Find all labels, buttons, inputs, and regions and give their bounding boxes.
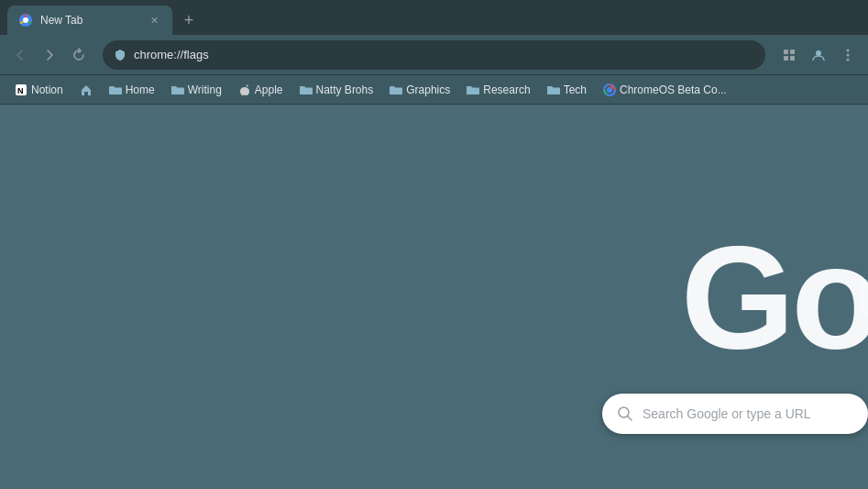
bookmark-research[interactable]: Research: [459, 81, 537, 99]
scrollbar[interactable]: [861, 279, 868, 316]
reload-button[interactable]: [66, 42, 92, 68]
bookmark-chromeos[interactable]: ChromeOS Beta Co...: [596, 81, 734, 99]
bookmark-notion-label: Notion: [31, 83, 63, 96]
tab-title: New Tab: [40, 14, 139, 27]
tab-favicon: [18, 13, 33, 28]
omnibox-security-icon: [114, 49, 126, 61]
svg-point-7: [847, 49, 850, 51]
bookmark-writing-label: Writing: [188, 83, 222, 96]
home-icon: [80, 83, 93, 96]
svg-line-15: [628, 417, 632, 421]
folder-icon-graphics: [390, 85, 402, 94]
bookmark-graphics-label: Graphics: [406, 83, 450, 96]
bookmark-graphics[interactable]: Graphics: [382, 81, 457, 99]
bookmark-home-label: Home: [126, 83, 155, 96]
main-content: Go Search Google or type a URL: [0, 105, 868, 489]
svg-rect-2: [784, 50, 788, 54]
google-logo-partial: Go: [681, 224, 868, 371]
extensions-icon: [782, 48, 797, 62]
profile-button[interactable]: [806, 42, 831, 68]
chromeos-icon: [603, 83, 616, 96]
bookmark-chromeos-label: ChromeOS Beta Co...: [620, 83, 727, 96]
svg-point-1: [23, 17, 28, 23]
menu-icon: [841, 48, 855, 62]
bookmark-apple[interactable]: Apple: [231, 81, 291, 99]
extensions-button[interactable]: [776, 42, 802, 68]
tab-close-button[interactable]: ✕: [147, 13, 161, 28]
new-tab-button[interactable]: +: [176, 7, 202, 33]
bookmark-home-icon[interactable]: [72, 81, 100, 99]
profile-icon: [811, 48, 826, 62]
notion-icon: N: [15, 83, 27, 96]
back-button[interactable]: [7, 42, 33, 68]
title-bar: New Tab ✕ +: [0, 0, 868, 35]
toolbar: chrome://flags: [0, 35, 868, 75]
back-icon: [13, 48, 27, 62]
folder-icon-writing: [171, 85, 184, 94]
search-icon: [617, 406, 633, 422]
svg-point-8: [847, 53, 850, 56]
bookmark-writing[interactable]: Writing: [164, 81, 229, 99]
search-box[interactable]: Search Google or type a URL: [602, 394, 868, 434]
search-box-container: Search Google or type a URL: [602, 394, 868, 434]
window-controls: [853, 0, 868, 35]
svg-point-9: [847, 58, 850, 61]
bookmark-research-label: Research: [483, 83, 530, 96]
bookmark-home[interactable]: Home: [102, 81, 162, 99]
folder-icon-home: [109, 85, 122, 94]
svg-text:N: N: [17, 86, 24, 95]
active-tab[interactable]: New Tab ✕: [7, 6, 172, 35]
svg-point-13: [607, 87, 612, 93]
bookmark-apple-label: Apple: [255, 83, 283, 96]
svg-rect-5: [790, 56, 795, 61]
tab-strip: New Tab ✕ +: [0, 0, 853, 35]
bookmark-tech-label: Tech: [564, 83, 587, 96]
svg-rect-4: [784, 56, 788, 61]
menu-button[interactable]: [835, 42, 861, 68]
bookmark-notion[interactable]: N Notion: [7, 81, 71, 99]
forward-icon: [42, 48, 57, 62]
omnibox-url: chrome://flags: [134, 48, 754, 61]
bookmark-tech[interactable]: Tech: [540, 81, 594, 99]
reload-icon: [71, 48, 86, 62]
forward-button[interactable]: [37, 42, 62, 68]
apple-icon: [238, 83, 251, 96]
bookmark-natty-label: Natty Brohs: [316, 83, 374, 96]
bookmark-natty-brohs[interactable]: Natty Brohs: [292, 81, 381, 99]
folder-icon-natty: [300, 85, 313, 94]
svg-point-6: [816, 50, 821, 56]
folder-icon-research: [467, 85, 479, 94]
omnibox[interactable]: chrome://flags: [103, 40, 765, 70]
bookmarks-bar: N Notion Home Writing Apple Natty: [0, 75, 868, 105]
svg-rect-3: [790, 50, 795, 54]
folder-icon-tech: [547, 85, 560, 94]
search-placeholder: Search Google or type a URL: [643, 406, 811, 421]
